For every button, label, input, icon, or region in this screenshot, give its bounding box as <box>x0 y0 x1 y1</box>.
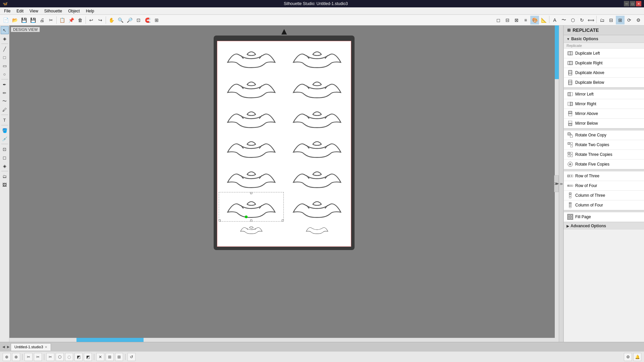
eyedropper-tool[interactable]: 💉 <box>1 135 9 143</box>
bt-btn-11[interactable]: ⊞ <box>106 353 114 361</box>
rotate-one-button[interactable]: Rotate One Copy <box>564 130 644 140</box>
zoom-fit-button[interactable]: ⊡ <box>134 16 143 24</box>
grid-button[interactable]: ⊞ <box>152 16 161 24</box>
line-tool[interactable]: ╱ <box>1 45 9 53</box>
replicate-button[interactable]: ⊞ <box>616 16 625 24</box>
bt-btn-5[interactable]: ✂ <box>46 353 54 361</box>
polygon-button[interactable]: ⬡ <box>569 16 577 24</box>
save-button[interactable]: 💾 <box>19 16 28 24</box>
tab-close-button[interactable]: ✕ <box>45 345 47 349</box>
align-button[interactable]: ≡ <box>521 16 530 24</box>
eraser-tool[interactable]: ◻ <box>1 154 9 162</box>
bt-btn-2[interactable]: ⊕ <box>12 353 20 361</box>
rounded-rect-tool[interactable]: ▭ <box>1 62 9 70</box>
fill-tool[interactable]: 🪣 <box>1 126 9 134</box>
document-tab[interactable]: Untitled-1.studio3 ✕ <box>11 343 51 351</box>
crop-tool[interactable]: ⊡ <box>1 145 9 153</box>
library-tool[interactable]: 🗂 <box>1 172 9 180</box>
group-button[interactable]: ⊟ <box>503 16 512 24</box>
notifications-button[interactable]: 🔔 <box>633 353 641 361</box>
new-button[interactable]: 📄 <box>1 16 10 24</box>
cut-send-button[interactable]: ✂ <box>47 16 55 24</box>
text-button[interactable]: A <box>550 16 559 24</box>
minimize-button[interactable]: ─ <box>624 1 629 6</box>
bt-btn-12[interactable]: ⊞ <box>115 353 123 361</box>
node-tool[interactable]: ◈ <box>1 35 9 43</box>
hand-tool[interactable]: ✋ <box>107 16 116 24</box>
bt-btn-9[interactable]: ◩ <box>84 353 92 361</box>
settings-button[interactable]: ⚙ <box>634 16 643 24</box>
duplicate-right-button[interactable]: Duplicate Right <box>564 58 644 68</box>
pen-tool[interactable]: ✒ <box>1 80 9 88</box>
select-all-button[interactable]: ◻ <box>494 16 503 24</box>
mirror-left-button[interactable]: Mirror Left <box>564 89 644 99</box>
align-panel-button[interactable]: ⊟ <box>607 16 615 24</box>
redo-button[interactable]: ↪ <box>96 16 105 24</box>
zoom-out-button[interactable]: 🔍 <box>116 16 125 24</box>
rotate-two-button[interactable]: Rotate Two Copies <box>564 140 644 150</box>
transform-button[interactable]: ⟳ <box>625 16 634 24</box>
row-three-button[interactable]: Row of Three <box>564 171 644 181</box>
menu-view[interactable]: View <box>27 8 41 14</box>
horizontal-scrollbar[interactable] <box>9 338 555 342</box>
print-button[interactable]: 🖨 <box>38 16 46 24</box>
basic-options-header[interactable]: ▼ Basic Options <box>564 35 644 43</box>
tab-nav-right[interactable]: ▶ <box>6 345 11 349</box>
advanced-options-header[interactable]: ▶ Advanced Options <box>564 222 644 230</box>
settings-gear-button[interactable]: ⚙ <box>624 353 632 361</box>
bt-btn-3[interactable]: ✂ <box>24 353 33 361</box>
row-four-button[interactable]: Row of Four <box>564 181 644 191</box>
stroke-button[interactable]: 📐 <box>539 16 548 24</box>
tab-nav-left[interactable]: ◀ <box>1 345 6 349</box>
bt-btn-13[interactable]: ↺ <box>127 353 136 361</box>
maximize-button[interactable]: □ <box>630 1 635 6</box>
menu-object[interactable]: Object <box>65 8 83 14</box>
curve-button[interactable]: 〜 <box>559 16 568 24</box>
paste-button[interactable]: 📌 <box>67 16 75 24</box>
freehand-tool[interactable]: 🖊 <box>1 106 9 114</box>
ellipse-tool[interactable]: ○ <box>1 70 9 78</box>
rotate-five-button[interactable]: 5× Rotate Five Copies <box>564 160 644 169</box>
panel-collapse-strip[interactable]: ≫ <box>559 25 564 342</box>
duplicate-below-button[interactable]: Duplicate Below <box>564 78 644 87</box>
close-button[interactable]: ✕ <box>636 1 641 6</box>
ungroup-button[interactable]: ⊠ <box>512 16 521 24</box>
col-three-button[interactable]: Column of Three <box>564 191 644 200</box>
undo-button[interactable]: ↩ <box>87 16 96 24</box>
mirror-right-button[interactable]: Mirror Right <box>564 99 644 109</box>
media-tool[interactable]: 🖼 <box>1 181 9 189</box>
curve-draw-tool[interactable]: 〜 <box>1 97 9 105</box>
canvas-page[interactable] <box>217 41 351 247</box>
fill-button[interactable]: 🎨 <box>530 16 539 24</box>
mirror-above-button[interactable]: Mirror Above <box>564 109 644 119</box>
menu-edit[interactable]: Edit <box>14 8 26 14</box>
text-tool[interactable]: T <box>1 116 9 124</box>
save-as-button[interactable]: 💾 <box>29 16 37 24</box>
vscroll-thumb[interactable] <box>555 25 559 79</box>
pencil-tool[interactable]: ✏ <box>1 89 9 97</box>
bt-btn-6[interactable]: ⬡ <box>56 353 64 361</box>
layers-button[interactable]: 🗂 <box>598 16 606 24</box>
flip-button[interactable]: ⟺ <box>587 16 595 24</box>
rect-tool[interactable]: □ <box>1 53 9 61</box>
panel-collapse-indicator[interactable]: ≫ <box>554 175 559 192</box>
weld-tool[interactable]: ◈ <box>1 162 9 170</box>
bt-btn-1[interactable]: ⊕ <box>3 353 11 361</box>
bt-btn-8[interactable]: ◩ <box>74 353 83 361</box>
bt-btn-4[interactable]: ✂ <box>34 353 42 361</box>
mirror-below-button[interactable]: Mirror Below <box>564 119 644 128</box>
canvas-area[interactable]: DESIGN VIEW ≫ ▲ <box>9 25 559 342</box>
delete-button[interactable]: 🗑 <box>76 16 85 24</box>
rotate-button[interactable]: ↻ <box>578 16 586 24</box>
menu-file[interactable]: File <box>1 8 13 14</box>
bt-btn-10[interactable]: ✕ <box>96 353 104 361</box>
menu-help[interactable]: Help <box>83 8 97 14</box>
fill-page-button[interactable]: Fill Page <box>564 212 644 222</box>
hscroll-thumb[interactable] <box>76 338 144 342</box>
col-four-button[interactable]: Column of Four <box>564 200 644 210</box>
zoom-in-button[interactable]: 🔎 <box>125 16 134 24</box>
copy-button[interactable]: 📋 <box>58 16 66 24</box>
rotate-three-button[interactable]: Rotate Three Copies <box>564 150 644 160</box>
duplicate-above-button[interactable]: Duplicate Above <box>564 68 644 78</box>
snap-button[interactable]: 🧲 <box>143 16 152 24</box>
